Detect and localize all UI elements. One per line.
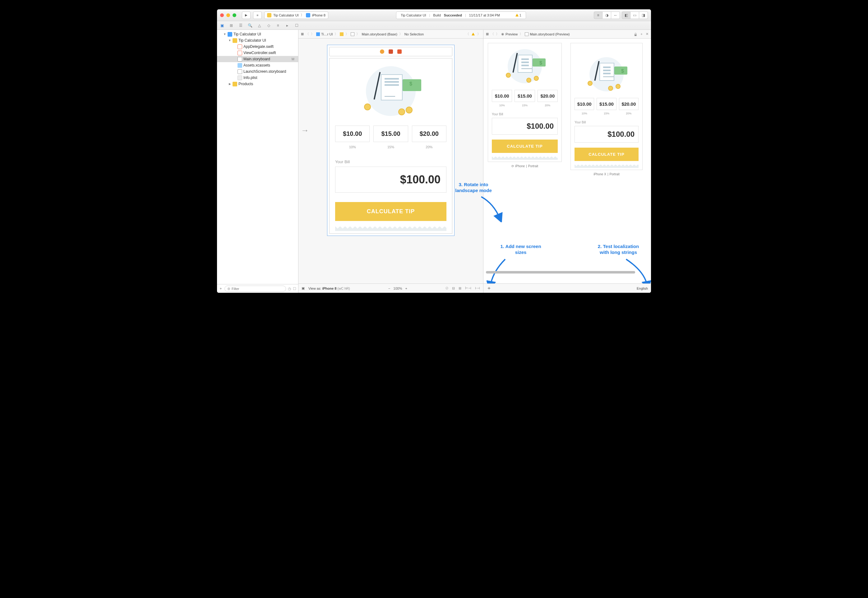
lock-icon[interactable]	[634, 32, 638, 36]
stop-button[interactable]	[253, 12, 262, 19]
zoom-window-button[interactable]	[232, 13, 236, 17]
scene-dock[interactable]	[329, 47, 452, 56]
preview-language-selector[interactable]: English	[637, 287, 648, 290]
filter-field[interactable]: ⊕	[224, 286, 286, 292]
filter-input[interactable]	[232, 287, 283, 291]
disclosure-icon[interactable]: ▼	[228, 39, 231, 42]
first-responder-icon[interactable]	[389, 49, 393, 54]
embed-in-button[interactable]: ⦾	[446, 286, 448, 290]
view-as-label[interactable]: View as: iPhone 8 (wC hR)	[308, 287, 350, 290]
preview-device-label[interactable]: iPhone X | Portrait	[570, 172, 643, 176]
report-navigator-tab[interactable]: ☐	[294, 23, 299, 28]
breadcrumb-item[interactable]: Ti…r UI	[316, 32, 333, 36]
calculate-button[interactable]: CALCULATE TIP	[335, 202, 446, 221]
preview-canvas[interactable]: $10.00 $15.00 $20.00 10% 15% 20% Your Bi…	[483, 39, 651, 284]
disclosure-icon[interactable]: ▼	[223, 33, 226, 36]
tree-group-row[interactable]: ▼ Tip Calculator UI	[217, 37, 298, 43]
source-control-navigator-tab[interactable]: ⊞	[229, 23, 234, 28]
ib-canvas[interactable]: →	[298, 39, 483, 284]
tip-option[interactable]: $15.00	[373, 126, 408, 142]
add-preview-device-button[interactable]: ＋	[486, 285, 491, 292]
tree-file-row[interactable]: LaunchScreen.storyboard	[217, 68, 298, 75]
interface-builder-editor: ⊞ 〈 〉 Ti…r UI 〉 〉 〉 Main.storyboard (Bas…	[298, 30, 483, 293]
scrollbar-thumb[interactable]	[486, 271, 635, 274]
find-navigator-tab[interactable]: 🔍	[247, 23, 253, 28]
forward-button[interactable]: 〉	[496, 32, 499, 36]
close-window-button[interactable]	[220, 13, 224, 17]
related-items-icon[interactable]: ⊞	[301, 32, 304, 36]
tip-option[interactable]: $10.00	[335, 126, 370, 142]
jump-bar[interactable]: ⊞ 〈 〉 Ti…r UI 〉 〉 〉 Main.storyboard (Bas…	[298, 30, 483, 39]
related-items-icon[interactable]: ⊞	[486, 32, 489, 36]
add-button[interactable]: ＋	[219, 286, 223, 291]
tree-project-row[interactable]: ▼ Tip Calculator UI	[217, 31, 298, 37]
version-editor-button[interactable]: ↔	[611, 12, 620, 19]
breadcrumb-item[interactable]: ◉ Preview	[501, 32, 518, 36]
tree-file-row[interactable]: Assets.xcassets	[217, 62, 298, 68]
tree-group-row[interactable]: ▶ Products	[217, 81, 298, 87]
zoom-out-button[interactable]: −	[388, 287, 390, 290]
add-assistant-button[interactable]: ＋	[640, 32, 643, 36]
debug-navigator-tab[interactable]: ≡	[275, 23, 280, 28]
symbol-navigator-tab[interactable]: ☰	[238, 23, 243, 28]
assistant-editor-button[interactable]: ◑	[603, 12, 611, 19]
breadcrumb-item[interactable]	[340, 32, 344, 36]
preview-device[interactable]: $10.00 $15.00 $20.00 10% 15% 20% Your Bi…	[488, 43, 562, 284]
assistant-jump-bar[interactable]: ⊞ 〈 〉 ◉ Preview 〉 Main.storyboard (Previ…	[483, 30, 651, 39]
prev-issue-button[interactable]: 〈	[466, 32, 469, 36]
zoom-level[interactable]: 100%	[393, 287, 402, 290]
tip-option: $20.00	[619, 98, 639, 110]
toggle-debug-area-button[interactable]: ▭	[630, 12, 639, 19]
toggle-navigator-button[interactable]: ◧	[622, 12, 630, 19]
preview-device-label[interactable]: ⟳ iPhone | Portrait	[488, 164, 562, 168]
tree-file-row-selected[interactable]: Main.storyboard M	[217, 56, 298, 62]
rotate-icon[interactable]: ⟳	[512, 164, 514, 168]
warnings-badge[interactable]: 1	[515, 13, 521, 17]
breakpoint-navigator-tab[interactable]: ▸	[285, 23, 290, 28]
document-outline-toggle[interactable]: ▣	[302, 286, 305, 290]
tree-file-row[interactable]: AppDelegate.swift	[217, 43, 298, 50]
breadcrumb-item[interactable]	[351, 32, 355, 36]
minimize-window-button[interactable]	[226, 13, 230, 17]
toggle-inspector-button[interactable]: ◨	[639, 12, 648, 19]
view-controller-scene[interactable]: $10.00 $15.00 $20.00 10% 15% 20% Your Bi…	[327, 45, 455, 236]
separator: |	[465, 13, 466, 17]
project-icon	[316, 32, 320, 36]
exit-icon[interactable]	[397, 49, 402, 54]
tree-file-row[interactable]: ViewController.swift	[217, 50, 298, 56]
close-assistant-button[interactable]: ✕	[646, 32, 648, 36]
forward-button[interactable]: 〉	[311, 32, 314, 36]
run-button[interactable]	[242, 12, 251, 19]
disclosure-icon[interactable]: ▶	[228, 82, 231, 85]
resolve-issues-button[interactable]: ⊢⊣	[465, 286, 471, 290]
horizontal-scrollbar[interactable]	[486, 271, 648, 274]
group-name: Tip Calculator UI	[238, 38, 266, 43]
root-view[interactable]: $10.00 $15.00 $20.00 10% 15% 20% Your Bi…	[329, 58, 452, 234]
align-button[interactable]: ⊟	[452, 286, 455, 290]
pin-button[interactable]: ⊞	[459, 286, 461, 290]
breadcrumb-item[interactable]: Main.storyboard (Preview)	[525, 32, 570, 36]
scm-filter-button[interactable]: ☐	[293, 287, 296, 291]
standard-editor-button[interactable]: ≡	[594, 12, 603, 19]
back-button[interactable]: 〈	[491, 32, 494, 36]
status-pill[interactable]: Tip Calculator UI | Build Succeeded | 11…	[396, 12, 526, 19]
breadcrumb-item[interactable]: Main.storyboard (Base)	[362, 32, 397, 36]
file-tree: ▼ Tip Calculator UI ▼ Tip Calculator UI …	[217, 30, 298, 284]
vc-icon[interactable]	[380, 49, 384, 54]
issue-navigator-tab[interactable]: △	[257, 23, 262, 28]
project-navigator-tab[interactable]: ▣	[220, 23, 224, 28]
tree-file-row[interactable]: Info.plist	[217, 75, 298, 81]
recent-filter-button[interactable]: ◷	[288, 287, 291, 291]
tip-option[interactable]: $20.00	[412, 126, 446, 142]
breadcrumb-item[interactable]: No Selection	[404, 32, 424, 36]
back-button[interactable]: 〈	[305, 32, 309, 36]
device-icon	[306, 13, 310, 17]
size-inspector-button[interactable]: ⊦⊣	[475, 286, 480, 290]
preview-view: $10.00 $15.00 $20.00 10% 15% 20% Your Bi…	[570, 43, 643, 170]
bill-field[interactable]: $100.00	[335, 167, 446, 193]
preview-device[interactable]: $10.00 $15.00 $20.00 10% 15% 20% Your Bi…	[570, 43, 643, 284]
next-issue-button[interactable]: 〉	[477, 32, 480, 36]
scheme-selector[interactable]: Tip Calculator UI 〉 iPhone 8	[264, 12, 328, 19]
test-navigator-tab[interactable]: ◇	[266, 23, 271, 28]
zoom-in-button[interactable]: +	[405, 287, 407, 290]
